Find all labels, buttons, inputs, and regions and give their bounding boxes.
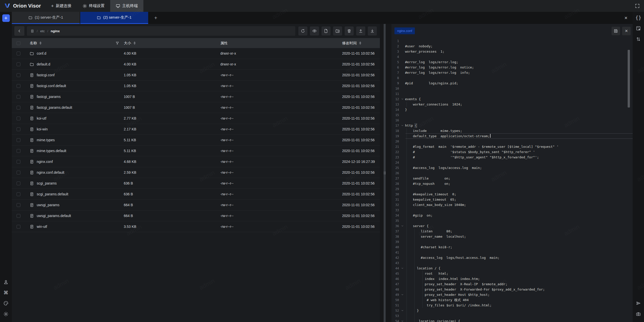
code-line[interactable]: 1 bbox=[391, 38, 633, 44]
file-row[interactable]: win-utf3.53 KB-rw-r--r--2020-11-01 10:02… bbox=[12, 221, 380, 232]
code-line[interactable]: 35 bbox=[391, 218, 633, 223]
row-checkbox[interactable] bbox=[17, 182, 20, 185]
refresh-button[interactable] bbox=[298, 26, 307, 35]
terminal-tab[interactable]: (2) server-生产-1 bbox=[80, 12, 148, 24]
row-checkbox[interactable] bbox=[17, 192, 20, 196]
row-checkbox[interactable] bbox=[17, 138, 20, 142]
select-all-checkbox[interactable] bbox=[17, 41, 20, 45]
row-checkbox[interactable] bbox=[17, 73, 20, 77]
code-line[interactable]: 8 bbox=[391, 75, 633, 81]
code-line[interactable]: 30 #keepalive_timeout 0; bbox=[391, 192, 633, 197]
code-line[interactable]: 37 listen 80; bbox=[391, 229, 633, 234]
file-row[interactable]: fastcgi_params.default1007 B-rw-r--r--20… bbox=[12, 102, 380, 113]
breadcrumb-etc[interactable]: etc bbox=[40, 29, 45, 33]
code-line[interactable]: 19 default_type application/octet-stream… bbox=[391, 133, 633, 139]
upload-button[interactable] bbox=[356, 26, 365, 35]
close-editor-button[interactable]: ✕ bbox=[622, 27, 631, 35]
code-line[interactable]: 11 bbox=[391, 91, 633, 96]
code-line[interactable]: 34 #gzip on; bbox=[391, 213, 633, 218]
file-row[interactable]: mime.types5.11 KB-rw-r--r--2020-11-01 10… bbox=[12, 135, 380, 146]
file-row[interactable]: fastcgi_params1007 B-rw-r--r--2020-11-01… bbox=[12, 91, 380, 102]
file-row[interactable]: fastcgi.conf1.05 KB-rw-r--r--2020-11-01 … bbox=[12, 70, 380, 81]
code-line[interactable]: 54 location /orion/api { bbox=[391, 318, 633, 322]
file-row[interactable]: default.d4.00 KBdrwxr-xr-x2020-11-01 10:… bbox=[12, 59, 380, 70]
filter-icon[interactable] bbox=[115, 41, 119, 45]
code-line[interactable]: 32 client_max_body_size 1048m; bbox=[391, 202, 633, 207]
code-line[interactable]: 13 worker_connections 1024; bbox=[391, 102, 633, 107]
code-line[interactable]: 7#error_log logs/error.log info; bbox=[391, 70, 633, 75]
row-checkbox[interactable] bbox=[17, 95, 20, 99]
row-checkbox[interactable] bbox=[17, 149, 20, 153]
code-line[interactable]: 22 # '$status $body_bytes_sent "$http_re… bbox=[391, 149, 633, 155]
terminal-settings-menu[interactable]: 终端设置 bbox=[77, 0, 110, 12]
file-row[interactable]: fastcgi.conf.default1.05 KB-rw-r--r--202… bbox=[12, 81, 380, 91]
code-line[interactable]: 21 #log_format main '$remote_addr - $rem… bbox=[391, 144, 633, 149]
code-line[interactable]: 3worker_processes 1; bbox=[391, 49, 633, 54]
file-row[interactable]: koi-utf2.77 KB-rw-r--r--2020-11-01 10:02… bbox=[12, 113, 380, 124]
row-checkbox[interactable] bbox=[17, 62, 20, 66]
palette-icon[interactable] bbox=[3, 301, 9, 306]
new-terminal-tab-button[interactable]: + bbox=[2, 14, 10, 22]
code-line[interactable]: 26 bbox=[391, 170, 633, 176]
row-checkbox[interactable] bbox=[17, 214, 20, 218]
code-line[interactable]: 38 server_name localhost; bbox=[391, 234, 633, 239]
file-row[interactable]: uwsgi_params.default664 B-rw-r--r--2020-… bbox=[12, 210, 380, 221]
code-line[interactable]: 20 bbox=[391, 139, 633, 144]
code-line[interactable]: 29 bbox=[391, 186, 633, 192]
command-icon[interactable]: ⌘ bbox=[4, 290, 8, 295]
file-row[interactable]: uwsgi_params664 B-rw-r--r--2020-11-01 10… bbox=[12, 200, 380, 210]
code-line[interactable]: 15 bbox=[391, 112, 633, 118]
row-checkbox[interactable] bbox=[17, 117, 20, 120]
fold-chevron-icon[interactable] bbox=[399, 98, 405, 100]
show-hidden-files-button[interactable] bbox=[310, 26, 319, 35]
code-line[interactable]: 25 #access_log logs/access.log main; bbox=[391, 165, 633, 170]
fold-chevron-icon[interactable] bbox=[399, 225, 405, 227]
code-line[interactable]: 36 server { bbox=[391, 223, 633, 229]
braces-icon[interactable]: {} bbox=[635, 15, 641, 20]
code-line[interactable]: 44 location / { bbox=[391, 266, 633, 271]
fold-chevron-icon[interactable] bbox=[399, 320, 405, 322]
fold-chevron-icon[interactable] bbox=[399, 293, 405, 296]
code-line[interactable]: 12events { bbox=[391, 96, 633, 102]
editor-scrollbar-thumb[interactable] bbox=[628, 50, 630, 108]
host-terminal-menu[interactable]: 主机终端 bbox=[110, 0, 143, 12]
breadcrumb[interactable]: / etc / nginx bbox=[27, 26, 295, 36]
file-row[interactable]: mime.types.default5.11 KB-rw-r--r--2020-… bbox=[12, 146, 380, 156]
code-line[interactable]: 5#error_log logs/error.log; bbox=[391, 59, 633, 65]
row-checkbox[interactable] bbox=[17, 225, 20, 229]
fold-chevron-icon[interactable] bbox=[399, 267, 405, 270]
row-checkbox[interactable] bbox=[17, 203, 20, 207]
settings-gear-icon[interactable] bbox=[3, 311, 9, 317]
row-checkbox[interactable] bbox=[17, 127, 20, 131]
name-sort-icon[interactable] bbox=[39, 42, 42, 45]
code-line[interactable]: 45 root html; bbox=[391, 271, 633, 276]
row-checkbox[interactable] bbox=[17, 160, 20, 164]
size-sort-icon[interactable] bbox=[134, 42, 136, 45]
code-line[interactable]: 27 sendfile on; bbox=[391, 176, 633, 181]
file-row[interactable]: scgi_params.default636 B-rw-r--r--2020-1… bbox=[12, 189, 380, 200]
fold-chevron-icon[interactable] bbox=[399, 309, 405, 312]
download-button[interactable] bbox=[368, 26, 377, 35]
file-row[interactable]: koi-win2.17 KB-rw-r--r--2020-11-01 10:02… bbox=[12, 124, 380, 135]
code-line[interactable]: 24 bbox=[391, 160, 633, 165]
code-line[interactable]: 50 # web history 模式 404 bbox=[391, 297, 633, 303]
code-line[interactable]: 53 bbox=[391, 313, 633, 318]
code-line[interactable]: 41 bbox=[391, 250, 633, 255]
code-line[interactable]: 49 proxy_set_header Host $http_host; bbox=[391, 292, 633, 297]
add-tab-button[interactable]: + bbox=[148, 12, 163, 24]
new-connection-menu[interactable]: + 新建连接 bbox=[46, 0, 77, 12]
code-line[interactable]: 10 bbox=[391, 86, 633, 91]
row-checkbox[interactable] bbox=[17, 84, 20, 88]
code-line[interactable]: 51 try_files $uri $uri/ /index.html; bbox=[391, 303, 633, 308]
new-folder-button[interactable] bbox=[333, 26, 342, 35]
code-line[interactable]: 18 include mime.types; bbox=[391, 128, 633, 133]
code-line[interactable]: 16 bbox=[391, 118, 633, 123]
file-bookmark-icon[interactable] bbox=[636, 26, 641, 31]
code-line[interactable]: 42 #access_log logs/host.access.log main… bbox=[391, 255, 633, 260]
code-line[interactable]: 4 bbox=[391, 54, 633, 59]
panel-resize-splitter[interactable] bbox=[380, 24, 391, 322]
file-row[interactable]: scgi_params636 B-rw-r--r--2020-11-01 10:… bbox=[12, 178, 380, 189]
user-icon[interactable] bbox=[3, 279, 9, 285]
code-line[interactable]: 2#user nobody; bbox=[391, 44, 633, 49]
code-line[interactable]: 40 #charset koi8-r; bbox=[391, 244, 633, 250]
